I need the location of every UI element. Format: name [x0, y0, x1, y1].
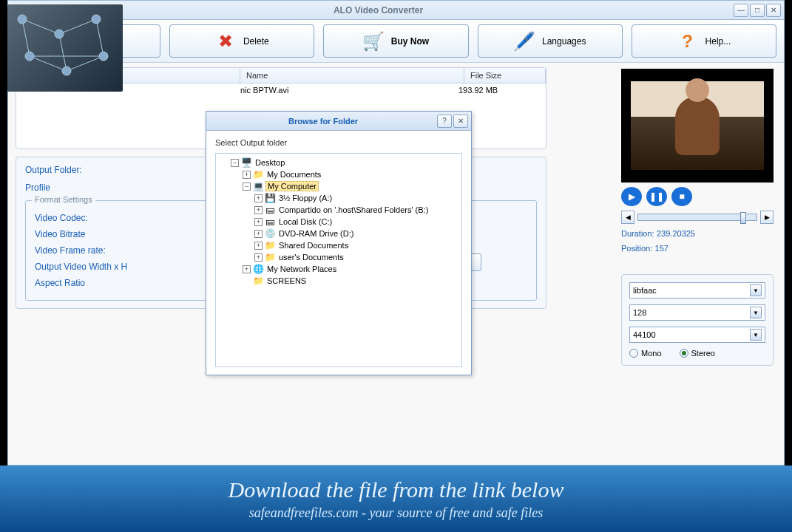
svg-line-1 — [59, 19, 96, 34]
mono-label: Mono — [641, 349, 662, 358]
chevron-down-icon: ▼ — [750, 284, 762, 296]
stereo-radio[interactable]: Stereo — [680, 349, 715, 358]
tree-network[interactable]: +🌐My Network Places — [219, 263, 458, 275]
language-icon: 🖊️ — [514, 31, 535, 52]
audio-codec-value: libfaac — [633, 286, 657, 295]
duration-label: Duration: — [621, 229, 654, 238]
audio-bitrate-select[interactable]: 128 ▼ — [629, 304, 765, 321]
svg-point-10 — [92, 15, 101, 24]
tree-dvd[interactable]: +💿DVD-RAM Drive (D:) — [219, 228, 458, 239]
svg-point-11 — [25, 52, 34, 61]
disk-icon: 🖴 — [264, 216, 276, 227]
languages-label: Languages — [542, 36, 586, 47]
stereo-label: Stereo — [691, 349, 715, 358]
window-title: ALO Video Converter — [23, 5, 734, 16]
svg-line-4 — [96, 19, 104, 56]
buy-now-label: Buy Now — [391, 36, 429, 47]
seek-end-button[interactable]: ▶ — [760, 211, 774, 224]
svg-point-12 — [62, 66, 71, 75]
tree-desktop[interactable]: −🖥️Desktop — [219, 157, 458, 168]
audio-codec-select[interactable]: libfaac ▼ — [629, 282, 765, 299]
browse-folder-dialog: Browse for Folder ? ✕ Select Output fold… — [206, 111, 472, 375]
network-drive-icon: 🖴 — [264, 205, 276, 215]
tree-shared-docs[interactable]: +📁Shared Documents — [219, 239, 458, 251]
seek-start-button[interactable]: ◀ — [621, 211, 634, 224]
dialog-title: Browse for Folder — [209, 117, 437, 126]
audio-bitrate-value: 128 — [633, 308, 646, 317]
tree-shared-host[interactable]: +🖴Compartido on '.host\Shared Folders' (… — [219, 204, 458, 216]
banner-main: Download the file from the link below — [229, 477, 564, 502]
seek-slider[interactable] — [637, 214, 757, 221]
play-button[interactable]: ▶ — [621, 187, 642, 206]
svg-line-2 — [22, 19, 30, 56]
video-watermark — [7, 4, 123, 92]
format-legend: Format Settings — [32, 195, 95, 204]
cart-icon: 🛒 — [363, 31, 384, 52]
computer-icon: 💻 — [252, 181, 264, 191]
folder-icon: 📁 — [252, 276, 264, 286]
folder-icon: 📁 — [252, 169, 264, 180]
audio-samplerate-select[interactable]: 44100 ▼ — [629, 327, 765, 343]
floppy-icon: 💾 — [264, 193, 276, 203]
folder-icon: 📁 — [264, 252, 276, 262]
help-button[interactable]: ? Help... — [632, 24, 776, 58]
delete-label: Delete — [243, 36, 269, 47]
languages-button[interactable]: 🖊️ Languages — [478, 24, 623, 58]
desktop-icon: 🖥️ — [240, 157, 252, 168]
audio-samplerate-value: 44100 — [633, 330, 656, 339]
seek-thumb[interactable] — [740, 212, 746, 224]
folder-icon: 📁 — [264, 240, 276, 250]
duration-value: 239.20325 — [657, 229, 695, 238]
minimize-button[interactable]: — — [734, 4, 748, 17]
chevron-down-icon: ▼ — [750, 329, 762, 341]
toolbar: ＋ Add files... ✖ Delete 🛒 Buy Now 🖊️ Lan… — [8, 20, 784, 63]
title-bar: ALO Video Converter — □ ✕ — [8, 1, 784, 20]
close-button[interactable]: ✕ — [766, 4, 781, 17]
position-value: 157 — [655, 244, 669, 253]
svg-line-5 — [30, 56, 67, 71]
col-size[interactable]: File Size — [464, 68, 546, 83]
delete-icon: ✖ — [215, 31, 236, 52]
svg-point-8 — [18, 15, 27, 24]
stop-button[interactable]: ■ — [671, 187, 692, 206]
position-label: Position: — [621, 244, 652, 253]
video-preview — [621, 69, 774, 183]
col-name[interactable]: Name — [240, 68, 464, 83]
tree-screens[interactable]: 📁SCREENS — [219, 275, 458, 287]
network-icon: 🌐 — [252, 264, 264, 274]
svg-line-6 — [67, 56, 104, 71]
tree-local-disk[interactable]: +🖴Local Disk (C:) — [219, 216, 458, 228]
delete-button[interactable]: ✖ Delete — [169, 24, 314, 58]
help-icon: ? — [677, 31, 698, 52]
pause-button[interactable]: ❚❚ — [646, 187, 667, 206]
tree-user-docs[interactable]: +📁user's Documents — [219, 251, 458, 263]
file-size: 193.92 MB — [458, 86, 540, 95]
chevron-down-icon: ▼ — [750, 307, 762, 318]
banner: Download the file from the link below sa… — [0, 466, 792, 532]
dvd-icon: 💿 — [264, 228, 276, 239]
preview-panel: ▶ ❚❚ ■ ◀ ▶ Duration: 239.20325 Position:… — [621, 69, 774, 253]
dialog-help-button[interactable]: ? — [437, 115, 452, 128]
tree-my-documents[interactable]: +📁My Documents — [219, 168, 458, 180]
tree-my-computer[interactable]: −💻My Computer — [219, 180, 458, 192]
maximize-button[interactable]: □ — [750, 4, 765, 17]
folder-tree: −🖥️Desktop +📁My Documents −💻My Computer … — [215, 153, 462, 367]
svg-point-13 — [99, 52, 108, 61]
svg-line-3 — [59, 34, 67, 71]
audio-panel: libfaac ▼ 128 ▼ 44100 ▼ Mono Stereo — [621, 274, 774, 366]
dialog-label: Select Output folder — [215, 138, 462, 147]
buy-now-button[interactable]: 🛒 Buy Now — [323, 24, 468, 58]
file-name: nic BPTW.avi — [240, 86, 458, 95]
svg-line-0 — [22, 19, 59, 34]
help-label: Help... — [705, 36, 731, 47]
svg-point-9 — [55, 30, 64, 38]
tree-floppy[interactable]: +💾3½ Floppy (A:) — [219, 192, 458, 204]
banner-sub: safeandfreefiles.com - your source of fr… — [249, 505, 543, 521]
dialog-close-button[interactable]: ✕ — [453, 115, 468, 128]
mono-radio[interactable]: Mono — [629, 349, 662, 358]
